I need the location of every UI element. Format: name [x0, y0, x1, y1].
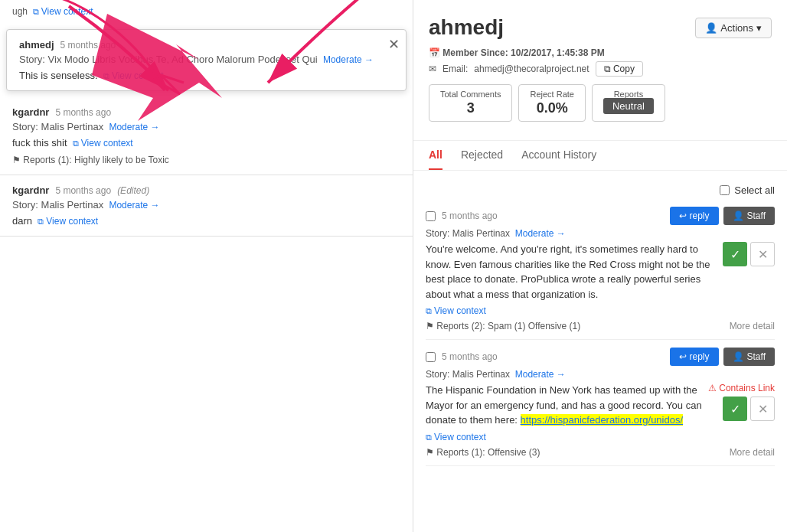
reject-rate-value: 0.0%	[530, 100, 573, 116]
comment1-reports: Reports (1): Offensive (3)	[426, 447, 540, 458]
comment0-header: 5 months ago ↩ reply 👤 Staff	[426, 207, 775, 225]
email-value: ahmedj@thecoralproject.net	[474, 64, 589, 74]
comment0-vote-btns: ✓ ✕	[723, 242, 775, 266]
staff-label: Staff	[747, 211, 766, 221]
comment0-reports: Reports (2): Spam (1) Offensive (1)	[426, 321, 580, 331]
card1-time: 5 months ago	[55, 185, 111, 196]
tab-all[interactable]: All	[429, 141, 442, 170]
tab-rejected[interactable]: Rejected	[461, 141, 503, 170]
actions-button[interactable]: 👤 Actions ▾	[695, 18, 772, 38]
card1-comment-text: darn View context	[12, 215, 400, 227]
contains-link-label: Contains Link	[719, 383, 775, 393]
user-header: ahmedj 👤 Actions ▾ 📅 Member Since: 10/2/…	[413, 0, 787, 141]
card0-meta: kgardnr 5 months ago	[12, 106, 400, 118]
chevron-down-icon: ▾	[756, 22, 762, 34]
comment0-story: Story: Malis Pertinax Moderate →	[426, 228, 775, 239]
comment1-view-context[interactable]: View context	[426, 432, 486, 442]
comment1-approve-button[interactable]: ✓	[723, 397, 747, 421]
right-panel: ahmedj 👤 Actions ▾ 📅 Member Since: 10/2/…	[413, 0, 787, 532]
member-since-label: Member Since:	[442, 47, 508, 58]
reports-value: Neutral	[603, 98, 654, 114]
select-all-row: Select all	[426, 178, 775, 199]
stub-text: ugh	[12, 6, 28, 17]
card0-time: 5 months ago	[55, 107, 111, 118]
copy-button[interactable]: ⧉ Copy	[596, 61, 643, 77]
member-since-value: 10/2/2017, 1:45:38 PM	[511, 47, 605, 58]
highlighted-comment-card: ✕ ahmedj 5 months ago Story: Vix Modo Li…	[6, 29, 407, 91]
person-icon: 👤	[705, 22, 717, 34]
card1-moderate-link[interactable]: Moderate →	[109, 200, 159, 211]
stub-area: ugh View context	[0, 0, 413, 23]
stats-row: Total Comments 3 Reject Rate 0.0% Report…	[429, 84, 772, 122]
highlighted-moderate-link[interactable]: Moderate →	[323, 54, 374, 65]
reply-icon: ↩	[679, 211, 687, 221]
comment-card-1: kgardnr 5 months ago (Edited) Story: Mal…	[0, 175, 413, 237]
comment0-reject-button[interactable]: ✕	[750, 242, 775, 266]
highlighted-comment-text: This is senseless. View context	[19, 70, 394, 81]
comment1-staff-button[interactable]: 👤 Staff	[723, 348, 775, 366]
comment0-moderate[interactable]: Moderate →	[515, 228, 566, 239]
comment1-checkbox[interactable]	[426, 352, 436, 362]
reject-rate-label: Reject Rate	[530, 90, 573, 99]
card0-report: Reports (1): Highly likely to be Toxic	[12, 155, 400, 165]
comment0-more-detail[interactable]: More detail	[730, 321, 775, 331]
comment1-story: Story: Malis Pertinax Moderate →	[426, 369, 775, 380]
comment0-staff-button[interactable]: 👤 Staff	[723, 207, 775, 225]
comments-section: Select all 5 months ago ↩ reply 👤 Staff	[413, 171, 787, 474]
left-panel: ugh View context ✕ ahmedj 5 months ago S…	[0, 0, 413, 532]
comment1-reply-button[interactable]: ↩ reply	[670, 348, 719, 366]
comment1-url[interactable]: https://hispanicfederation.org/unidos/	[521, 414, 683, 426]
highlighted-view-context[interactable]: View context	[103, 70, 164, 81]
card0-story: Story: Malis Pertinax Moderate →	[12, 121, 400, 132]
comment1-footer: Reports (1): Offensive (3) More detail	[426, 447, 775, 458]
comment1-more-detail[interactable]: More detail	[730, 447, 775, 458]
comment1-action-group: ⚠ Contains Link ✓ ✕	[708, 383, 775, 421]
comment0-reply-button[interactable]: ↩ reply	[670, 207, 719, 225]
actions-label: Actions	[720, 22, 753, 34]
comment-item-0: 5 months ago ↩ reply 👤 Staff Story: Mali…	[426, 199, 775, 340]
card1-meta: kgardnr 5 months ago (Edited)	[12, 184, 400, 196]
total-comments-value: 3	[440, 100, 501, 116]
view-context-top-link[interactable]: View context	[33, 6, 93, 17]
highlighted-username: ahmedj	[19, 39, 54, 51]
reports-stat: Reports Neutral	[592, 84, 665, 122]
comment0-meta: 5 months ago	[426, 211, 498, 221]
card0-moderate-link[interactable]: Moderate →	[109, 122, 159, 132]
calendar-icon: 📅	[429, 47, 440, 58]
comment1-body: The Hispanic Foundation in New York has …	[426, 383, 702, 428]
reject-rate-stat: Reject Rate 0.0%	[518, 84, 585, 122]
total-comments-stat: Total Comments 3	[429, 84, 512, 122]
tabs-row: All Rejected Account History	[413, 141, 787, 171]
comment0-actions: ↩ reply 👤 Staff	[670, 207, 775, 225]
select-all-checkbox[interactable]	[720, 185, 730, 195]
email-icon: ✉	[429, 64, 436, 74]
comment1-time: 5 months ago	[442, 351, 498, 362]
card0-view-context[interactable]: View context	[73, 138, 133, 149]
close-button[interactable]: ✕	[388, 36, 400, 53]
comment1-header: 5 months ago ↩ reply 👤 Staff	[426, 348, 775, 366]
comment0-approve-button[interactable]: ✓	[723, 242, 747, 266]
card1-edited: (Edited)	[117, 185, 149, 196]
card1-story: Story: Malis Pertinax Moderate →	[12, 199, 400, 211]
email-row: ✉ Email: ahmedj@thecoralproject.net ⧉ Co…	[429, 61, 772, 77]
select-all-label: Select all	[734, 184, 775, 196]
comment0-checkbox[interactable]	[426, 211, 436, 221]
comment1-meta: 5 months ago	[426, 351, 498, 362]
reply-label: reply	[690, 211, 710, 221]
tab-account-history[interactable]: Account History	[521, 141, 596, 170]
comment0-view-context[interactable]: View context	[426, 305, 486, 316]
member-since-row: 📅 Member Since: 10/2/2017, 1:45:38 PM	[429, 47, 772, 58]
user-name-row: ahmedj 👤 Actions ▾	[429, 15, 772, 40]
comment0-footer: Reports (2): Spam (1) Offensive (1) More…	[426, 321, 775, 331]
comment-card-0: kgardnr 5 months ago Story: Malis Pertin…	[0, 97, 413, 175]
comment1-reject-button[interactable]: ✕	[750, 397, 775, 421]
card0-comment-text: fuck this shit View context	[12, 137, 400, 149]
comment1-moderate[interactable]: Moderate →	[515, 369, 566, 380]
highlighted-story: Story: Vix Modo Libris Vocibus Te, Ad Ch…	[19, 54, 394, 65]
card0-username: kgardnr	[12, 106, 49, 118]
user-name: ahmedj	[429, 15, 504, 40]
card1-view-context[interactable]: View context	[38, 216, 98, 227]
person-icon-0: 👤	[733, 211, 744, 221]
total-comments-label: Total Comments	[440, 90, 501, 99]
staff-label-1: Staff	[747, 351, 766, 362]
